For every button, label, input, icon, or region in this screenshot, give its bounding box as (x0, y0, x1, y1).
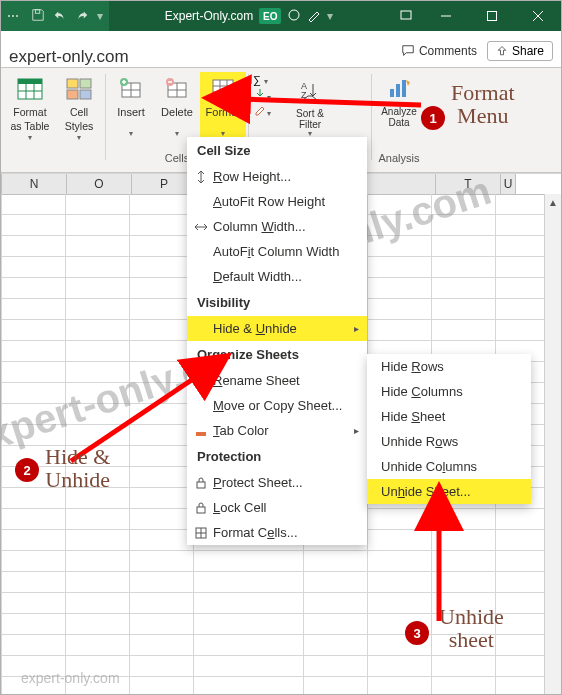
svg-rect-35 (402, 80, 406, 97)
svg-rect-13 (80, 79, 91, 88)
menu-header-organize: Organize Sheets (187, 341, 367, 368)
site-label: expert-only.com (9, 47, 401, 67)
draw-icon[interactable] (307, 8, 321, 25)
menu-protect-sheet[interactable]: Protect Sheet... (187, 470, 367, 495)
col-T[interactable]: T (436, 174, 501, 194)
group-analysis: Analyze Data Analysis (374, 72, 424, 166)
svg-rect-8 (18, 79, 42, 84)
scroll-up-icon[interactable]: ▲ (545, 194, 561, 210)
col-N[interactable]: N (1, 174, 67, 194)
menu-header-cell-size: Cell Size (187, 137, 367, 164)
insert-icon (116, 74, 146, 104)
svg-rect-0 (35, 9, 39, 13)
undo-icon[interactable] (53, 8, 67, 25)
menu-autofit-col[interactable]: AutoFit Column Width (187, 239, 367, 264)
menu-col-width[interactable]: Column Width... (187, 214, 367, 239)
format-icon (208, 74, 238, 104)
menu-header-visibility: Visibility (187, 289, 367, 316)
menu-autofit-row[interactable]: AutoFit Row Height (187, 189, 367, 214)
format-button[interactable]: Format▾ (200, 72, 246, 146)
clear-icon[interactable]: ▾ (253, 104, 289, 118)
svg-rect-39 (197, 507, 205, 513)
lock-icon (193, 500, 209, 516)
svg-rect-36 (196, 377, 206, 385)
window-title: Expert-Only.com EO ▾ (109, 8, 389, 25)
menu-header-protection: Protection (187, 443, 367, 470)
col-width-icon (193, 219, 209, 235)
format-as-table-button[interactable]: Format as Table▾ (5, 72, 55, 146)
annotation-text-1: FormatMenu (451, 81, 515, 127)
minimize-button[interactable] (423, 1, 469, 31)
maximize-button[interactable] (469, 1, 515, 31)
close-button[interactable] (515, 1, 561, 31)
protect-icon (193, 475, 209, 491)
quick-access-toolbar: ⋯ ▾ (1, 1, 109, 31)
menu-lock-cell[interactable]: Lock Cell (187, 495, 367, 520)
menu-rename-sheet[interactable]: Rename Sheet (187, 368, 367, 393)
svg-rect-37 (196, 432, 206, 436)
menu-move-copy[interactable]: Move or Copy Sheet... (187, 393, 367, 418)
analyze-data-icon (384, 74, 414, 104)
submenu-hide-rows[interactable]: Hide Rows (367, 354, 531, 379)
row-height-icon (193, 169, 209, 185)
tab-strip: expert-only.com Comments Share (1, 31, 561, 68)
group-styles: Format as Table▾ Cell Styles▾ (5, 72, 103, 166)
annotation-badge-1: 1 (421, 106, 445, 130)
comments-button[interactable]: Comments (401, 44, 477, 58)
autosum-icon[interactable]: ∑ ▾ (253, 74, 289, 86)
annotation-text-3: Unhidesheet (439, 605, 504, 651)
svg-rect-14 (67, 90, 78, 99)
svg-text:Z: Z (301, 90, 307, 100)
title-bar: ⋯ ▾ Expert-Only.com EO ▾ (1, 1, 561, 31)
autosave-badge: EO (259, 8, 281, 24)
submenu-hide-cols[interactable]: Hide Columns (367, 379, 531, 404)
svg-rect-34 (396, 84, 400, 97)
submenu-unhide-cols[interactable]: Unhide Columns (367, 454, 531, 479)
share-button[interactable]: Share (487, 41, 553, 61)
svg-rect-24 (213, 80, 233, 98)
flyout-icon: ▸ (354, 425, 359, 436)
format-menu: Cell Size Row Height... AutoFit Row Heig… (187, 137, 367, 545)
annotation-badge-3: 3 (405, 621, 429, 645)
format-cells-icon (193, 525, 209, 541)
vertical-scrollbar[interactable]: ▲ (544, 194, 561, 694)
menu-row-height[interactable]: Row Height... (187, 164, 367, 189)
redo-icon[interactable] (75, 8, 89, 25)
svg-rect-33 (390, 89, 394, 97)
svg-rect-15 (80, 90, 91, 99)
save-icon[interactable] (31, 8, 45, 25)
svg-rect-12 (67, 79, 78, 88)
svg-rect-4 (488, 12, 497, 21)
analyze-data-button[interactable]: Analyze Data (374, 72, 424, 146)
cell-styles-button[interactable]: Cell Styles▾ (55, 72, 103, 146)
annotation-text-2: Hide &Unhide (45, 445, 110, 491)
col-U[interactable]: U (501, 174, 516, 194)
submenu-unhide-rows[interactable]: Unhide Rows (367, 429, 531, 454)
col-O[interactable]: O (67, 174, 132, 194)
delete-button[interactable]: Delete▾ (154, 72, 200, 146)
ribbon-display-icon[interactable] (389, 8, 423, 25)
sync-icon[interactable] (287, 8, 301, 25)
menu-hide-unhide[interactable]: Hide & Unhide▸ (187, 316, 367, 341)
submenu-hide-sheet[interactable]: Hide Sheet (367, 404, 531, 429)
fill-icon[interactable]: ▾ (253, 88, 289, 102)
rename-icon (193, 373, 209, 389)
menu-tab-color[interactable]: Tab Color▸ (187, 418, 367, 443)
sort-filter-icon: AZ (295, 76, 325, 106)
delete-icon (162, 74, 192, 104)
hide-unhide-submenu: Hide Rows Hide Columns Hide Sheet Unhide… (367, 354, 531, 504)
format-as-table-icon (15, 74, 45, 104)
watermark-small: expert-only.com (21, 670, 120, 686)
flyout-icon: ▸ (354, 323, 359, 334)
svg-point-1 (289, 10, 299, 20)
window-controls (423, 1, 561, 31)
cell-styles-icon (64, 74, 94, 104)
insert-button[interactable]: Insert▾ (108, 72, 154, 146)
annotation-badge-2: 2 (15, 458, 39, 482)
svg-rect-38 (197, 482, 205, 488)
menu-default-width[interactable]: Default Width... (187, 264, 367, 289)
submenu-unhide-sheet[interactable]: Unhide Sheet... (367, 479, 531, 504)
group-label-analysis: Analysis (370, 150, 428, 166)
svg-rect-2 (401, 11, 411, 19)
menu-format-cells[interactable]: Format Cells... (187, 520, 367, 545)
